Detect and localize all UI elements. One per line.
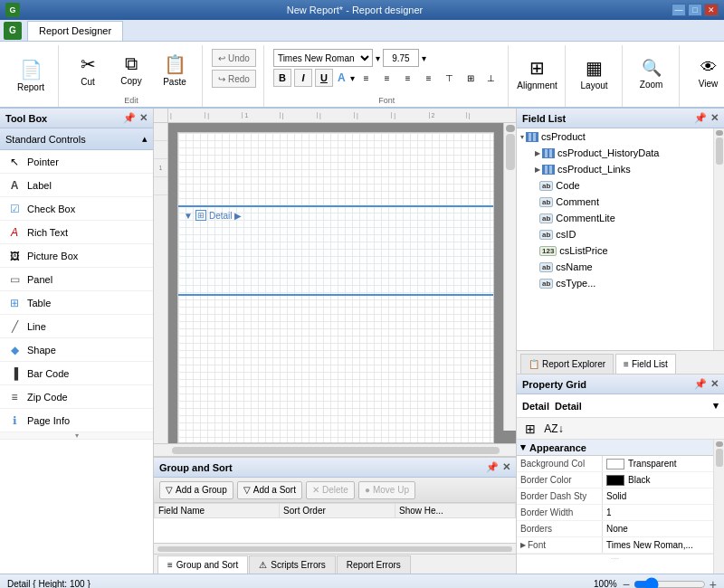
delete-button[interactable]: ✕ Delete: [306, 481, 355, 499]
ribbon-group-zoom: 🔍 Zoom: [624, 45, 680, 107]
align-top-button[interactable]: ⊤: [441, 70, 459, 86]
minimize-button[interactable]: —: [672, 4, 686, 16]
tool-label[interactable]: Label: [0, 174, 153, 197]
align-middle-button[interactable]: ⊞: [462, 70, 480, 86]
prop-border-width[interactable]: Border Width 1: [517, 505, 713, 521]
hscroll-thumb[interactable]: [172, 447, 500, 454]
pg-vscroll[interactable]: [713, 440, 724, 574]
pg-dropdown-icon[interactable]: ▾: [713, 400, 719, 412]
align-center-button[interactable]: ≡: [378, 70, 396, 86]
field-item-csProduct-HistoryData[interactable]: ▶ csProduct_HistoryData: [517, 145, 713, 161]
tool-richtext[interactable]: Rich Text: [0, 221, 153, 244]
prop-border-dash-style[interactable]: Border Dash Sty Solid: [517, 488, 713, 505]
layout-button[interactable]: ▦ Layout: [575, 49, 614, 98]
zoom-minus-button[interactable]: −: [623, 577, 630, 589]
tool-pointer[interactable]: Pointer: [0, 150, 153, 174]
add-sort-button[interactable]: ▽ Add a Sort: [237, 481, 302, 499]
standard-controls-section[interactable]: Standard Controls: [0, 128, 153, 150]
toolbox-scroll-down[interactable]: ▾: [0, 432, 153, 440]
view-button[interactable]: 👁 View: [689, 49, 724, 98]
zoom-plus-button[interactable]: +: [710, 577, 717, 589]
tool-zipcode[interactable]: Zip Code: [0, 385, 153, 409]
font-dropdown-icon[interactable]: ▾: [376, 53, 380, 63]
bg-color-swatch[interactable]: [606, 459, 624, 469]
cut-button[interactable]: ✂ Cut: [68, 45, 108, 94]
report-canvas[interactable]: ▼ ⊞ Detail ▶: [177, 132, 494, 443]
group-sort-pin[interactable]: 📌: [486, 461, 499, 473]
tab-report-explorer[interactable]: 📋 Report Explorer: [520, 354, 614, 374]
tool-checkbox[interactable]: Check Box: [0, 197, 153, 221]
pg-pin[interactable]: 📌: [694, 378, 707, 390]
field-item-csType[interactable]: ab csType...: [517, 275, 713, 291]
font-color-dropdown[interactable]: ▾: [350, 73, 355, 83]
tab-report-errors[interactable]: Report Errors: [337, 555, 411, 574]
align-justify-button[interactable]: ≡: [420, 70, 438, 86]
add-group-button[interactable]: ▽ Add a Group: [159, 481, 233, 499]
canvas-hscrollbar[interactable]: [154, 443, 516, 456]
tab-field-list[interactable]: ≡ Field List: [615, 354, 676, 374]
prop-borders[interactable]: Borders None: [517, 521, 713, 537]
field-list-close[interactable]: ✕: [710, 112, 719, 124]
tool-picturebox[interactable]: Picture Box: [0, 244, 153, 268]
tool-shape[interactable]: Shape: [0, 338, 153, 362]
tool-table[interactable]: Table: [0, 291, 153, 315]
field-list-pin[interactable]: 📌: [694, 112, 707, 124]
group-sort-hscroll[interactable]: [154, 543, 516, 554]
font-family-select[interactable]: Times New Roman: [273, 49, 373, 67]
field-item-csListPrice[interactable]: 123 csListPrice: [517, 242, 713, 259]
copy-button[interactable]: ⧉ Copy: [111, 45, 151, 94]
bold-button[interactable]: B: [273, 69, 291, 87]
field-item-CommentLite[interactable]: ab CommentLite: [517, 210, 713, 226]
close-button[interactable]: ✕: [704, 4, 719, 16]
alignment-button[interactable]: ⊞ Alignment: [518, 49, 557, 98]
field-item-csProduct[interactable]: ▾ csProduct: [517, 128, 713, 145]
tool-line[interactable]: Line: [0, 315, 153, 338]
font-size-dropdown-icon[interactable]: ▾: [422, 53, 426, 63]
zoom-slider[interactable]: [634, 581, 706, 588]
tool-barcode[interactable]: Bar Code: [0, 362, 153, 385]
detail-band[interactable]: ▼ ⊞ Detail ▶: [178, 205, 493, 296]
tab-group-sort[interactable]: ≡ Group and Sort: [157, 555, 248, 574]
zoom-button[interactable]: 🔍 Zoom: [632, 49, 672, 98]
align-bottom-button[interactable]: ⊥: [482, 70, 500, 86]
toolbox-pin-icon[interactable]: 📌: [123, 112, 136, 124]
report-button[interactable]: 📄 Report: [11, 51, 51, 100]
tab-report-designer[interactable]: Report Designer: [27, 21, 123, 41]
band-collapse-icon[interactable]: ▼: [184, 211, 193, 221]
group-sort-close[interactable]: ✕: [502, 461, 510, 473]
canvas-vscrollbar[interactable]: [503, 123, 516, 431]
font-color-button[interactable]: A: [336, 71, 348, 84]
prop-background-col[interactable]: Background Col Transparent: [517, 456, 713, 472]
italic-button[interactable]: I: [294, 69, 312, 87]
field-item-csName[interactable]: ab csName: [517, 259, 713, 275]
prop-border-color[interactable]: Border Color Black: [517, 472, 713, 488]
tool-panel[interactable]: Panel: [0, 268, 153, 291]
align-left-button[interactable]: ≡: [357, 70, 376, 86]
app-menu-icon[interactable]: G: [4, 22, 22, 40]
border-color-swatch[interactable]: [606, 475, 624, 486]
tool-pageinfo[interactable]: Page Info: [0, 409, 153, 432]
pg-categories-btn[interactable]: ⊞: [520, 420, 540, 438]
pg-close[interactable]: ✕: [710, 378, 719, 390]
field-list-vscroll[interactable]: [713, 128, 724, 350]
font-size-input[interactable]: [383, 49, 419, 67]
tab-scripts-errors[interactable]: ⚠ Scripts Errors: [249, 555, 336, 574]
field-item-Comment[interactable]: ab Comment: [517, 194, 713, 210]
field-item-Code[interactable]: ab Code: [517, 177, 713, 194]
paste-button[interactable]: 📋 Paste: [155, 45, 195, 94]
vscroll-thumb[interactable]: [506, 134, 515, 170]
redo-button[interactable]: ↪ Redo: [212, 70, 256, 88]
field-item-csID[interactable]: ab csID: [517, 226, 713, 242]
move-up-button[interactable]: ● Move Up: [358, 481, 415, 499]
toolbox-close-icon[interactable]: ✕: [139, 112, 148, 124]
maximize-button[interactable]: □: [688, 4, 702, 16]
undo-button[interactable]: ↩ Undo: [212, 49, 256, 67]
appearance-section[interactable]: ▾ Appearance: [517, 440, 713, 456]
align-right-button[interactable]: ≡: [399, 70, 417, 86]
pg-sort-btn[interactable]: AZ↓: [544, 420, 564, 438]
underline-button[interactable]: U: [315, 69, 333, 87]
prop-font[interactable]: ▶ Font Times New Roman,...: [517, 537, 713, 554]
canvas-main[interactable]: ▼ ⊞ Detail ▶: [168, 123, 516, 443]
band-expand-icon[interactable]: ▶: [234, 211, 242, 221]
field-item-csProduct-Links[interactable]: ▶ csProduct_Links: [517, 161, 713, 177]
